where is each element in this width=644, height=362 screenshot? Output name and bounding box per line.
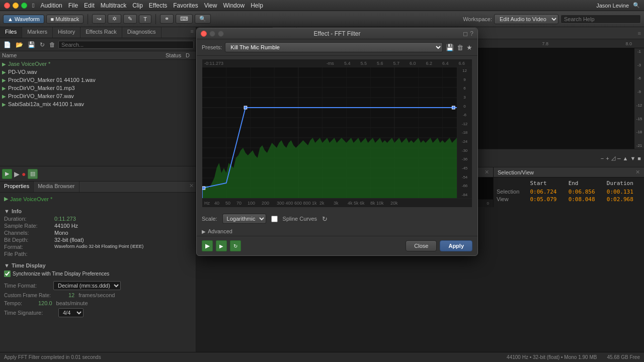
fft-filter-dialog[interactable]: Effect - FFT Filter ◻ ? Presets: Kill Th… [196, 28, 478, 256]
clip-menu[interactable]: Clip [132, 2, 143, 9]
audio-icon: ▶ [2, 102, 6, 107]
sv-close-icon[interactable]: ✕ [635, 169, 640, 175]
zoom-waveform-btn[interactable]: ⎼ [617, 155, 621, 161]
zoom-v-out-btn[interactable]: ▼ [630, 155, 635, 161]
tab-diagnostics[interactable]: Diagnostics [122, 27, 162, 38]
window-menu[interactable]: Window [223, 2, 245, 9]
list-item[interactable]: ▶ ProcDirVO_Marker 01 44100 1.wav [0, 76, 196, 84]
dialog-apply-btn[interactable]: Apply [440, 240, 472, 251]
tab-history[interactable]: History [53, 27, 80, 38]
dialog-help-icon[interactable]: ? [470, 30, 473, 37]
time-format-select[interactable]: Decimal (mm:ss.ddd) [53, 281, 121, 290]
tab-properties[interactable]: Properties [0, 182, 34, 192]
mac-menu-bar[interactable]:  Audition File Edit Multitrack Clip Eff… [32, 2, 263, 9]
tab-media-browser[interactable]: Media Browser [34, 182, 79, 192]
audio-icon: ▶ [2, 69, 6, 75]
dialog-close-btn[interactable] [201, 31, 207, 37]
close-window-btn[interactable] [4, 3, 10, 9]
tool-lasso[interactable]: ⚭ [160, 14, 174, 24]
zoom-in-btn[interactable]: + [606, 155, 609, 161]
fft-graph-container[interactable]: -0:11.273 -ms 5.4 5.5 5.6 5.7 6.0 6.2 6.… [202, 59, 472, 208]
preset-star-btn[interactable]: ★ [466, 44, 472, 51]
preset-delete-btn[interactable]: 🗑 [457, 44, 463, 51]
multitrack-menu[interactable]: Multitrack [101, 2, 126, 9]
list-item[interactable]: ▶ PD-VO.wav [0, 68, 196, 76]
minimize-window-btn[interactable] [13, 3, 19, 9]
loop-green-btn[interactable]: ▶ [2, 169, 12, 179]
apple-menu[interactable]:  [32, 2, 34, 9]
waveform-btn[interactable]: ▲ Waveform [3, 15, 44, 24]
scale-select[interactable]: Logarithmic [222, 214, 266, 224]
zoom-out-btn[interactable]: − [601, 155, 604, 161]
view-menu[interactable]: View [204, 2, 217, 9]
dialog-close-action-btn[interactable]: Close [406, 240, 437, 251]
sync-checkbox-row[interactable]: Synchronize with Time Display Preference… [4, 269, 192, 278]
user-name: Jason Levine [596, 3, 629, 9]
reset-btn[interactable]: ↻ [322, 215, 328, 223]
tab-effects-rack[interactable]: Effects Rack [80, 27, 122, 38]
tool-brush[interactable]: ⌨ [176, 14, 193, 24]
tool-zoom[interactable]: 🔍 [195, 14, 211, 24]
dialog-mac-controls[interactable] [201, 31, 224, 37]
properties-tabs: Properties Media Browser ✕ [0, 182, 196, 193]
zoom-full-btn[interactable]: ■ [637, 155, 641, 161]
file-menu[interactable]: File [68, 2, 78, 9]
tool-razor[interactable]: ✎ [123, 14, 137, 24]
selection-view-panel: Selection/View ✕ Start End Duration Sele… [493, 167, 644, 207]
workspace-select[interactable]: Edit Audio to Video [494, 14, 558, 24]
open-file-btn[interactable]: 📂 [14, 41, 25, 49]
dialog-footer: Scale: Logarithmic Spline Curves ↻ [197, 211, 477, 227]
loop-btn[interactable]: ↻ [38, 41, 46, 49]
files-list: ▶ Jase VoiceOver * ▶ PD-VO.wav ▶ ProcDir… [0, 60, 196, 166]
props-close-icon[interactable]: ✕ [187, 182, 196, 192]
tool-select[interactable]: ↝ [92, 14, 106, 24]
advanced-row[interactable]: ▶ Advanced [197, 227, 477, 236]
tab-markers[interactable]: Markers [22, 27, 53, 38]
svg-rect-27 [244, 106, 247, 109]
list-item[interactable]: ▶ SabiSabi12a_mix 44100 1.wav [0, 100, 196, 108]
tool-move[interactable]: ✡ [108, 14, 121, 24]
dialog-expand-icon[interactable]: ◻ [463, 30, 468, 37]
presets-select[interactable]: Kill The Mic Rumble [225, 42, 443, 52]
advanced-label: Advanced [208, 228, 232, 234]
output-green-btn[interactable]: ▤ [28, 169, 38, 179]
tab-files[interactable]: Files [0, 27, 22, 38]
mac-window-controls[interactable] [4, 3, 27, 9]
play-btn[interactable]: ▶ [14, 170, 20, 178]
zoom-fit-btn[interactable]: ◿ [611, 155, 615, 161]
new-file-btn[interactable]: 📄 [2, 41, 13, 49]
zoom-controls: − + ◿ ⎼ ▲ ▼ ■ [601, 155, 641, 161]
panel-options-icon[interactable]: ≡ [189, 27, 196, 38]
search-help-input[interactable] [560, 15, 641, 24]
files-search-input[interactable] [58, 41, 194, 49]
dialog-play-green-btn[interactable]: ▶ [202, 240, 213, 251]
editor-options-icon[interactable]: ≡ [635, 29, 644, 37]
tool-type[interactable]: T [139, 15, 151, 24]
app-name-menu[interactable]: Audition [40, 2, 62, 9]
save-file-btn[interactable]: 💾 [26, 41, 37, 49]
fft-canvas[interactable] [202, 67, 457, 198]
left-panel-tabs: Files Markers History Effects Rack Diagn… [0, 27, 196, 38]
list-item[interactable]: ▶ ProcDirVO_Marker 07.wav [0, 92, 196, 100]
search-icon[interactable]: 🔍 [633, 2, 640, 9]
delete-btn[interactable]: 🗑 [48, 41, 57, 49]
sync-checkbox[interactable] [4, 270, 11, 277]
list-item[interactable]: ▶ ProcDirVO_Marker 01.mp3 [0, 84, 196, 92]
edit-menu[interactable]: Edit [84, 2, 95, 9]
effects-menu[interactable]: Effects [149, 2, 167, 9]
dialog-loop-btn[interactable]: ↻ [230, 240, 241, 251]
dialog-play-btn[interactable]: ▶ [216, 240, 227, 251]
preset-save-btn[interactable]: 💾 [446, 44, 454, 51]
time-sig-select[interactable]: 4/4 [58, 308, 84, 317]
zoom-v-in-btn[interactable]: ▲ [623, 155, 628, 161]
maximize-window-btn[interactable] [21, 3, 27, 9]
info-section-header[interactable]: ▼ Info [4, 206, 192, 215]
time-display-header[interactable]: ▼ Time Display [4, 260, 192, 269]
help-menu[interactable]: Help [251, 2, 263, 9]
levels-close-icon[interactable]: ✕ [485, 169, 489, 175]
list-item[interactable]: ▶ Jase VoiceOver * [0, 60, 196, 68]
spline-checkbox[interactable] [271, 216, 278, 222]
multitrack-btn[interactable]: ■ Multitrack [46, 15, 84, 24]
favorites-menu[interactable]: Favorites [173, 2, 198, 9]
record-btn[interactable]: ● [22, 170, 26, 178]
